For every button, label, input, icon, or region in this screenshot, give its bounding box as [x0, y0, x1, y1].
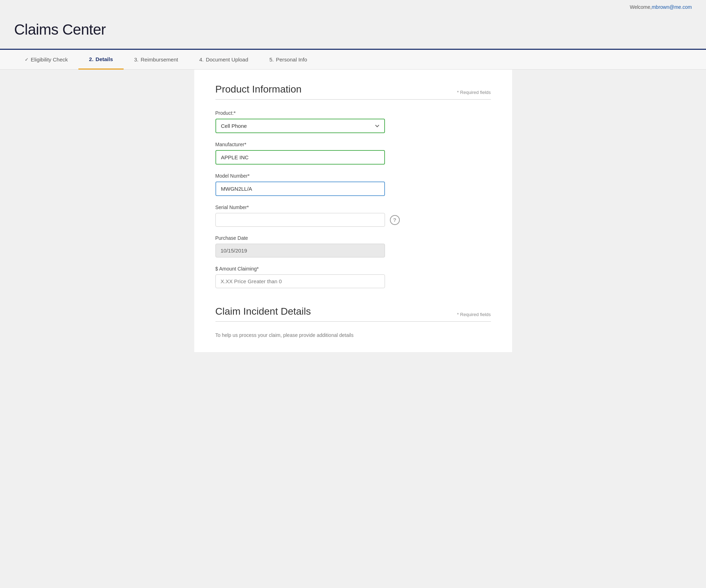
nav-label-reimbursement: Reimbursement — [141, 57, 178, 63]
welcome-text: Welcome, — [630, 4, 652, 10]
nav-label-details: Details — [96, 56, 113, 62]
nav-item-document-upload[interactable]: 4. Document Upload — [189, 50, 259, 69]
product-divider — [215, 99, 491, 100]
purchase-date-field-group: Purchase Date — [215, 235, 491, 257]
nav-item-details[interactable]: 2. Details — [78, 50, 124, 70]
serial-number-label: Serial Number* — [215, 204, 491, 210]
claim-required-note: * Required fields — [457, 312, 491, 317]
nav-label-personal-info: Personal Info — [276, 57, 307, 63]
product-field-group: Product:* Cell Phone Tablet Laptop Camer… — [215, 110, 491, 133]
manufacturer-label: Manufacturer* — [215, 142, 491, 147]
user-email-link[interactable]: mbrown@me.com — [652, 4, 692, 10]
nav-label-eligibility: Eligibility Check — [31, 57, 68, 63]
product-section-header: Product Information * Required fields — [215, 84, 491, 95]
nav-item-eligibility[interactable]: ✓ Eligibility Check — [14, 50, 78, 69]
serial-number-row: ? — [215, 213, 491, 227]
nav-prefix-document-upload: 4. — [199, 57, 204, 63]
claim-description: To help us process your claim, please pr… — [215, 332, 491, 338]
nav-prefix-details: 2. — [89, 56, 94, 62]
help-icon[interactable]: ? — [390, 215, 400, 225]
manufacturer-input[interactable] — [215, 150, 385, 165]
claim-section-title: Claim Incident Details — [215, 306, 311, 317]
model-number-field-group: Model Number* — [215, 173, 491, 196]
product-select[interactable]: Cell Phone Tablet Laptop Camera Other — [215, 119, 385, 133]
purchase-date-input — [215, 244, 385, 257]
claim-section-header: Claim Incident Details * Required fields — [215, 306, 491, 317]
serial-number-input[interactable] — [215, 213, 385, 227]
product-required-note: * Required fields — [457, 90, 491, 95]
nav-item-reimbursement[interactable]: 3. Reimbursement — [124, 50, 189, 69]
page-title: Claims Center — [0, 14, 706, 49]
claim-divider — [215, 321, 491, 322]
product-section-title: Product Information — [215, 84, 302, 95]
amount-claiming-field-group: $ Amount Claiming* — [215, 266, 491, 288]
serial-number-field-group: Serial Number* ? — [215, 204, 491, 227]
claim-section: Claim Incident Details * Required fields… — [215, 306, 491, 338]
nav-label-document-upload: Document Upload — [206, 57, 248, 63]
model-number-label: Model Number* — [215, 173, 491, 179]
check-icon: ✓ — [25, 57, 29, 62]
model-number-input[interactable] — [215, 182, 385, 196]
purchase-date-label: Purchase Date — [215, 235, 491, 241]
top-bar: Welcome, mbrown@me.com — [0, 0, 706, 14]
nav-prefix-personal-info: 5. — [269, 57, 274, 63]
manufacturer-field-group: Manufacturer* — [215, 142, 491, 165]
amount-claiming-input[interactable] — [215, 274, 385, 288]
main-content: Product Information * Required fields Pr… — [194, 70, 512, 352]
nav-strip: ✓ Eligibility Check 2. Details 3. Reimbu… — [0, 49, 706, 70]
nav-prefix-reimbursement: 3. — [134, 57, 139, 63]
amount-claiming-label: $ Amount Claiming* — [215, 266, 491, 272]
nav-item-personal-info[interactable]: 5. Personal Info — [259, 50, 318, 69]
product-label: Product:* — [215, 110, 491, 116]
